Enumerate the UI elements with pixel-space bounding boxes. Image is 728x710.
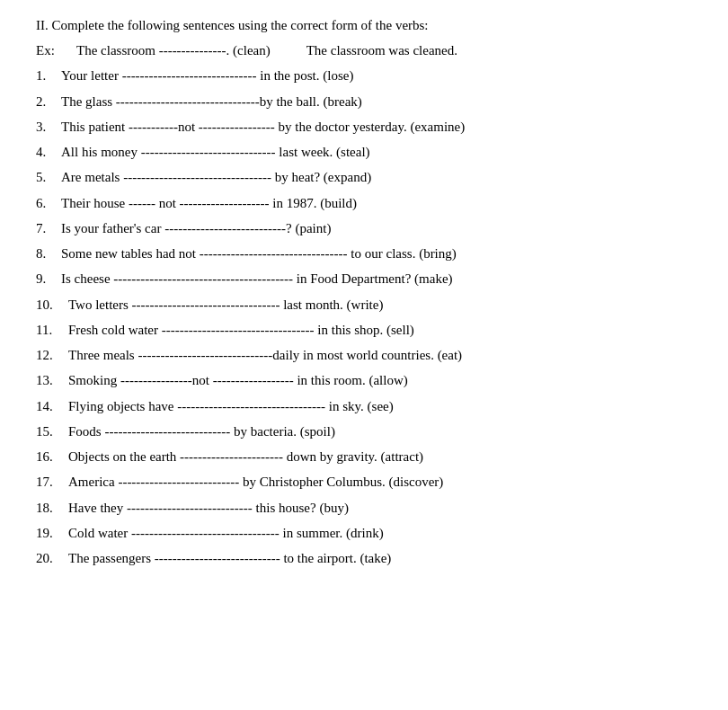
item-number: 19. xyxy=(36,523,68,544)
list-item: 13.Smoking ----------------not ---------… xyxy=(36,370,692,391)
item-number: 7. xyxy=(36,218,61,239)
item-number: 16. xyxy=(36,447,68,467)
item-text: America --------------------------- by C… xyxy=(68,475,443,489)
list-item: 20.The passengers ----------------------… xyxy=(36,548,692,569)
example-line: Ex: The classroom ---------------. (clea… xyxy=(36,40,692,61)
item-text: Is your father's car -------------------… xyxy=(61,221,331,235)
list-item: 1.Your letter --------------------------… xyxy=(36,66,692,86)
example-sentence: The classroom ---------------. (clean) xyxy=(76,40,271,61)
item-text: Cold water -----------------------------… xyxy=(68,526,384,540)
item-text: Two letters ----------------------------… xyxy=(68,297,383,312)
list-item: 3.This patient -----------not ----------… xyxy=(36,117,692,138)
list-item: 5.Are metals ---------------------------… xyxy=(36,167,692,188)
item-number: 12. xyxy=(36,345,68,366)
item-number: 8. xyxy=(36,244,61,264)
item-number: 5. xyxy=(36,167,61,188)
item-text: Is cheese ------------------------------… xyxy=(61,271,453,286)
list-item: 7.Is your father's car -----------------… xyxy=(36,218,692,239)
list-item: 14.Flying objects have -----------------… xyxy=(36,396,692,417)
item-number: 9. xyxy=(36,269,61,289)
item-number: 10. xyxy=(36,295,68,315)
example-answer: The classroom was cleaned. xyxy=(306,40,457,61)
item-number: 13. xyxy=(36,370,68,391)
instruction: II. Complete the following sentences usi… xyxy=(36,18,692,33)
item-text: Three meals ----------------------------… xyxy=(68,348,462,362)
list-item: 16.Objects on the earth ----------------… xyxy=(36,447,692,467)
item-text: Smoking ----------------not ------------… xyxy=(68,373,408,387)
list-item: 11.Fresh cold water --------------------… xyxy=(36,320,692,341)
list-item: 8.Some new tables had not --------------… xyxy=(36,244,692,264)
item-text: Some new tables had not ----------------… xyxy=(61,246,457,261)
item-number: 14. xyxy=(36,396,68,417)
item-text: Foods ---------------------------- by ba… xyxy=(68,424,335,439)
item-number: 18. xyxy=(36,498,68,519)
item-text: The passengers -------------------------… xyxy=(68,551,391,565)
ex-label: Ex: xyxy=(36,40,76,61)
item-number: 4. xyxy=(36,142,61,163)
list-item: 10.Two letters -------------------------… xyxy=(36,295,692,315)
item-text: Your letter ----------------------------… xyxy=(61,68,353,83)
item-number: 17. xyxy=(36,472,68,493)
item-text: Fresh cold water -----------------------… xyxy=(68,323,414,337)
list-item: 19.Cold water --------------------------… xyxy=(36,523,692,544)
item-text: Their house ------ not -----------------… xyxy=(61,196,357,210)
item-number: 1. xyxy=(36,66,61,86)
exercise-list: 1.Your letter --------------------------… xyxy=(36,66,692,569)
list-item: 6.Their house ------ not ---------------… xyxy=(36,193,692,214)
item-number: 2. xyxy=(36,92,61,112)
item-text: This patient -----------not ------------… xyxy=(61,120,465,134)
item-text: The glass ------------------------------… xyxy=(61,94,362,109)
list-item: 18.Have they ---------------------------… xyxy=(36,498,692,519)
item-number: 20. xyxy=(36,548,68,569)
list-item: 4.All his money ------------------------… xyxy=(36,142,692,163)
item-text: Flying objects have --------------------… xyxy=(68,399,394,413)
item-text: All his money --------------------------… xyxy=(61,145,370,159)
item-number: 6. xyxy=(36,193,61,214)
item-number: 3. xyxy=(36,117,61,138)
item-number: 15. xyxy=(36,422,68,442)
item-text: Objects on the earth -------------------… xyxy=(68,449,423,464)
list-item: 2.The glass ----------------------------… xyxy=(36,92,692,112)
item-text: Have they ---------------------------- t… xyxy=(68,501,349,515)
list-item: 9.Is cheese ----------------------------… xyxy=(36,269,692,289)
list-item: 17.America --------------------------- b… xyxy=(36,472,692,493)
list-item: 12.Three meals -------------------------… xyxy=(36,345,692,366)
item-number: 11. xyxy=(36,320,68,341)
list-item: 15.Foods ---------------------------- by… xyxy=(36,422,692,442)
item-text: Are metals -----------------------------… xyxy=(61,170,371,184)
